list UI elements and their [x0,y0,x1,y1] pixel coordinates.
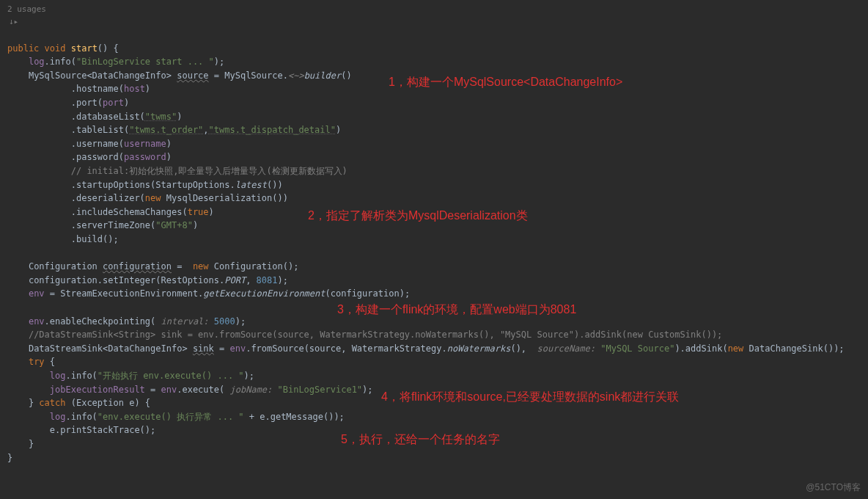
kw-new: new [145,193,161,203]
ctor: Configuration(); [209,261,299,272]
brace: { [45,357,55,367]
field-host: host [124,84,145,94]
call-execute: .execute( [177,385,224,395]
close: ); [235,316,246,327]
commented-line: //DataStreamSink<String> sink = env.from… [29,329,722,340]
field-username: username [124,139,166,149]
parens: () [341,70,351,81]
ctor: DataChangeSink()); [743,343,844,354]
end: ); [214,57,224,67]
close: ) [209,207,214,217]
call-printstack: e.printStackTrace(); [50,425,156,435]
static-call: getExecutionEnvironment [203,288,325,299]
latest: latest [235,180,267,190]
brace-close: } [29,398,39,408]
method-name: start [71,43,98,54]
call-deserializer: .deserializer( [71,193,145,203]
kw-true: true [188,207,209,217]
type-decl: DataStreamSink<DataChangeInfo> [29,343,193,354]
call-password: .password( [71,152,124,162]
close: ) [166,152,172,162]
close: ) [124,98,129,108]
builder: builder [304,70,342,81]
args: (), [510,343,532,354]
comment: // initial:初始化快照,即全量导入后增量导入(检测更新数据写入) [71,166,347,176]
call-info: .info( [65,371,97,381]
concat: + e.getMessage()); [244,412,345,422]
field-log: log [50,371,66,381]
field-port: port [103,98,124,108]
call-fromsource: .fromSource(source, WatermarkStrategy. [246,343,447,354]
string: "BinLogService start ... " [76,57,214,67]
assign: = StreamExecutionEnvironment. [45,288,204,299]
comma: , [246,275,256,285]
kw-void: void [45,43,66,54]
call-username: .username( [71,139,124,149]
call-startup: .startupOptions(StartupOptions. [71,180,235,190]
eq: = [145,385,161,395]
field-log: log [29,57,45,67]
call-includeschema: .includeSchemaChanges( [71,207,188,217]
call-addsink: ).addSink( [674,343,727,354]
kw-new: new [728,343,744,354]
call-info: .info( [65,412,97,422]
field-jobresult: jobExecutionResult [50,385,145,395]
call-tz: .serverTimeZone( [71,220,156,230]
call-build: .build(); [71,234,119,244]
annotation-5: 5，执行，还给一个任务的名字 [341,431,500,449]
var-sink: sink [193,343,214,354]
param-hint: jobName: [224,385,277,395]
call-info: .info( [45,57,76,67]
ctor: MysqlDeserialization()) [161,193,288,203]
brace: } [29,439,34,449]
call-port: .port( [71,98,103,108]
watermark: @51CTO博客 [806,481,861,495]
call-tablelist: .tableList( [71,125,129,135]
field-env: env [229,343,246,354]
string: "BinLogService1" [278,385,363,395]
args: (configuration); [326,288,411,299]
eq: = [214,343,230,354]
assign: = MySqlSource. [209,70,288,81]
close: ); [362,385,372,395]
type-config: Configuration [29,261,103,272]
string: "twms" [145,112,177,122]
close: ) [166,139,172,149]
annotation-3: 3，构建一个flink的环境，配置web端口为8081 [337,301,576,319]
usages-label: 2 usages [7,3,868,15]
field-env: env [29,316,45,327]
annotation-4: 4，将flink环境和source,已经要处理数据的sink都进行关联 [381,388,679,407]
type-hint: <~> [288,70,304,81]
var-config: configuration [103,261,172,272]
kw-try: try [29,357,45,367]
string: "GMT+8" [155,220,193,230]
nowatermarks: noWatermarks [447,343,511,354]
close: ) [193,220,198,230]
catch-decl: (Exception e) { [65,398,150,408]
param-hint: sourceName: [532,343,600,354]
annotation-2: 2，指定了解析类为MysqlDeserialization类 [308,207,528,225]
annotation-1: 1，构建一个MySqlSource<DataChangeInfo> [389,73,622,92]
field-password: password [124,152,166,162]
comma: , [203,125,208,135]
field-log: log [50,412,66,422]
close: ); [244,371,254,381]
string: "开始执行 env.execute() ... " [98,371,244,381]
param-hint: interval: [155,316,213,327]
brace: } [7,453,12,463]
close: ()) [267,180,283,190]
close: ) [177,112,182,122]
string: "MySQL Source" [600,343,674,354]
field-env: env [161,385,177,395]
gutter-icon[interactable]: ↓▸ [7,15,868,28]
call-setinteger: configuration.setInteger(RestOptions. [29,275,224,285]
num: 5000 [214,316,235,327]
call-hostname: .hostname( [71,84,124,94]
call-checkpoint: .enableCheckpointing( [45,316,156,327]
call-dblist: .databaseList( [71,112,145,122]
string: "twms.t_order" [129,125,203,135]
eq: = [172,261,193,272]
num: 8081 [257,275,278,285]
close: ) [336,125,341,135]
const-port: PORT [224,275,246,285]
